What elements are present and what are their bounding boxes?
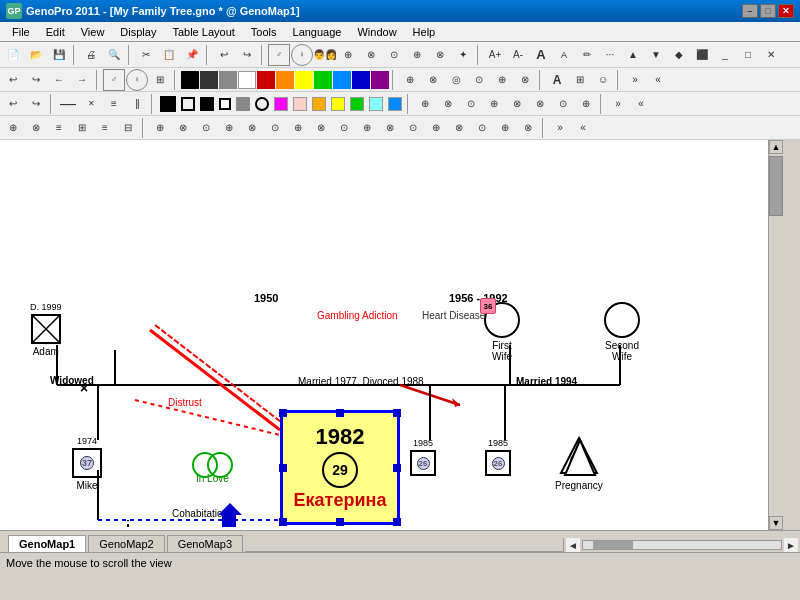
tb-redo[interactable]: ↪ xyxy=(236,44,258,66)
hscroll-right[interactable]: ► xyxy=(784,538,798,552)
tb2-color4[interactable] xyxy=(238,71,256,89)
person-child2[interactable]: 1985 26 xyxy=(485,438,511,476)
tb-print-preview[interactable]: 🔍 xyxy=(103,44,125,66)
tb-btn-extra8[interactable]: ⬛ xyxy=(691,44,713,66)
tb2-arr-left[interactable]: « xyxy=(647,69,669,91)
tb-font-small[interactable]: A xyxy=(553,44,575,66)
menu-language[interactable]: Language xyxy=(285,24,350,40)
tb4-b5[interactable]: ≡ xyxy=(94,117,116,139)
tb4-b17[interactable]: ⊗ xyxy=(379,117,401,139)
tb3-color-blue[interactable] xyxy=(388,97,402,111)
tb4-b15[interactable]: ⊙ xyxy=(333,117,355,139)
win-close-btn[interactable]: ✕ xyxy=(778,4,794,18)
family-canvas-area[interactable]: × xyxy=(0,140,784,530)
tab-genomap2[interactable]: GenoMap2 xyxy=(88,535,164,552)
tb-btn-extra1[interactable]: ⊕ xyxy=(337,44,359,66)
tb2-emoji[interactable]: ☺ xyxy=(592,69,614,91)
tb2-btn3[interactable]: ⊞ xyxy=(149,69,171,91)
menu-view[interactable]: View xyxy=(73,24,113,40)
tab-genomap3[interactable]: GenoMap3 xyxy=(167,535,243,552)
tb4-arr2[interactable]: « xyxy=(572,117,594,139)
tb2-left[interactable]: ← xyxy=(48,69,70,91)
tb-triangle-up[interactable]: ▲ xyxy=(622,44,644,66)
tb2-btne[interactable]: ⊕ xyxy=(491,69,513,91)
hscroll-track[interactable] xyxy=(582,540,782,550)
tb3-color-pink[interactable] xyxy=(293,97,307,111)
vertical-scrollbar[interactable]: ▲ ▼ xyxy=(768,140,784,530)
tb2-btna[interactable]: ⊕ xyxy=(399,69,421,91)
tb4-b13[interactable]: ⊕ xyxy=(287,117,309,139)
tb2-btnd[interactable]: ⊙ xyxy=(468,69,490,91)
tb3-sq-black2[interactable] xyxy=(200,97,214,111)
tb-btn-extra5[interactable]: ⊗ xyxy=(429,44,451,66)
tb-zoom-in[interactable]: A+ xyxy=(484,44,506,66)
tb2-right[interactable]: → xyxy=(71,69,93,91)
tb3-rel1[interactable]: ⊕ xyxy=(414,93,436,115)
tb3-color-green[interactable] xyxy=(350,97,364,111)
tb2-text-a[interactable]: A xyxy=(546,69,568,91)
tb4-b7[interactable]: ⊕ xyxy=(149,117,171,139)
person-mike[interactable]: 1974 37 Mike xyxy=(72,436,102,491)
tb-copy[interactable]: 📋 xyxy=(158,44,180,66)
menu-file[interactable]: File xyxy=(4,24,38,40)
tb-font-large[interactable]: A xyxy=(530,44,552,66)
tb3-sq-dborder[interactable] xyxy=(181,97,195,111)
tb2-color7[interactable] xyxy=(295,71,313,89)
tb3-rel2[interactable]: ⊗ xyxy=(437,93,459,115)
tb4-b6[interactable]: ⊟ xyxy=(117,117,139,139)
menu-edit[interactable]: Edit xyxy=(38,24,73,40)
tb4-b20[interactable]: ⊗ xyxy=(448,117,470,139)
tb2-color10[interactable] xyxy=(352,71,370,89)
tb3-color-lblue[interactable] xyxy=(369,97,383,111)
tb2-color2[interactable] xyxy=(200,71,218,89)
tb2-color6[interactable] xyxy=(276,71,294,89)
tb3-rel6[interactable]: ⊗ xyxy=(529,93,551,115)
scroll-up-btn[interactable]: ▲ xyxy=(769,140,783,154)
person-second-wife[interactable]: SecondWife xyxy=(604,302,640,362)
tb3-line1[interactable]: — xyxy=(57,93,79,115)
tb2-forward[interactable]: ↪ xyxy=(25,69,47,91)
tb-open[interactable]: 📂 xyxy=(25,44,47,66)
tb-triangle-dn[interactable]: ▼ xyxy=(645,44,667,66)
tb-dotted[interactable]: ··· xyxy=(599,44,621,66)
menu-table-layout[interactable]: Table Layout xyxy=(164,24,242,40)
scroll-thumb[interactable] xyxy=(769,156,783,216)
tb2-text-grid[interactable]: ⊞ xyxy=(569,69,591,91)
tb2-color11[interactable] xyxy=(371,71,389,89)
tb-btn-extra3[interactable]: ⊙ xyxy=(383,44,405,66)
tb3-line2[interactable]: ✕ xyxy=(80,93,102,115)
tb3-rel8[interactable]: ⊕ xyxy=(575,93,597,115)
tb2-btnc[interactable]: ◎ xyxy=(445,69,467,91)
tb-close-win[interactable]: ✕ xyxy=(760,44,782,66)
tb4-b3[interactable]: ≡ xyxy=(48,117,70,139)
tb4-b2[interactable]: ⊗ xyxy=(25,117,47,139)
tb2-btn2[interactable]: ♀ xyxy=(126,69,148,91)
tb4-b14[interactable]: ⊗ xyxy=(310,117,332,139)
tb2-back[interactable]: ↩ xyxy=(2,69,24,91)
tb4-b16[interactable]: ⊕ xyxy=(356,117,378,139)
tb4-b10[interactable]: ⊕ xyxy=(218,117,240,139)
tb-new[interactable]: 📄 xyxy=(2,44,24,66)
tb4-b9[interactable]: ⊙ xyxy=(195,117,217,139)
tb4-arr1[interactable]: » xyxy=(549,117,571,139)
tb2-color5[interactable] xyxy=(257,71,275,89)
person-child1[interactable]: 1985 26 xyxy=(410,438,436,476)
tb2-btnb[interactable]: ⊗ xyxy=(422,69,444,91)
tb4-b19[interactable]: ⊕ xyxy=(425,117,447,139)
tb3-color-red[interactable] xyxy=(274,97,288,111)
tb3-color-yellow[interactable] xyxy=(331,97,345,111)
tb-female[interactable]: ♀ xyxy=(291,44,313,66)
tb3-rel3[interactable]: ⊙ xyxy=(460,93,482,115)
menu-tools[interactable]: Tools xyxy=(243,24,285,40)
tb3-arr1[interactable]: » xyxy=(607,93,629,115)
tb-btn-extra6[interactable]: ✦ xyxy=(452,44,474,66)
win-maximize-btn[interactable]: □ xyxy=(760,4,776,18)
tb-male[interactable]: ♂ xyxy=(268,44,290,66)
tb3-color-orange[interactable] xyxy=(312,97,326,111)
tb-btn-extra2[interactable]: ⊗ xyxy=(360,44,382,66)
tb4-b11[interactable]: ⊗ xyxy=(241,117,263,139)
tb2-color3[interactable] xyxy=(219,71,237,89)
tb-save[interactable]: 💾 xyxy=(48,44,70,66)
tb3-line4[interactable]: ‖ xyxy=(126,93,148,115)
tb3-undo2[interactable]: ↩ xyxy=(2,93,24,115)
